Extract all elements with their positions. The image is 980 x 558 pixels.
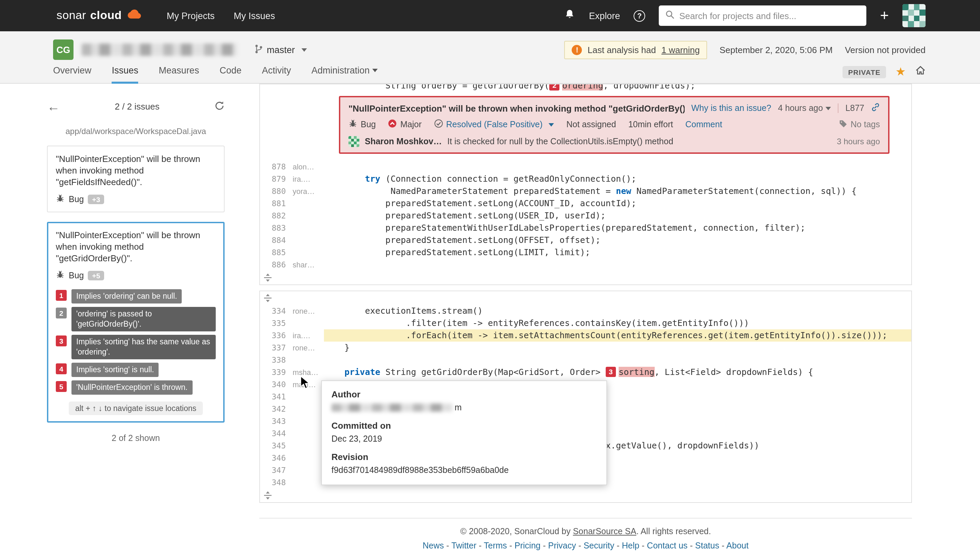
issue-flow-location[interactable]: 2'ordering' is passed to 'getGridOrderBy…: [56, 307, 216, 332]
search-input[interactable]: [679, 11, 860, 21]
sonarcloud-logo[interactable]: sonarcloud: [56, 8, 142, 23]
issue-changelog-dropdown[interactable]: 4 hours ago: [778, 103, 831, 113]
footer-link-news[interactable]: News: [423, 541, 444, 550]
footer-link-about[interactable]: About: [727, 541, 749, 550]
top-nav-my-projects[interactable]: My Projects: [167, 11, 215, 21]
line-number[interactable]: 880: [260, 185, 293, 197]
line-author[interactable]: [293, 317, 324, 329]
line-author[interactable]: [293, 354, 324, 366]
help-icon[interactable]: ?: [634, 10, 645, 21]
issue-flow-location[interactable]: 1Implies 'ordering' can be null.: [56, 289, 216, 304]
issue-flow-location[interactable]: 5'NullPointerException' is thrown.: [56, 381, 216, 395]
tab-administration[interactable]: Administration: [311, 60, 378, 84]
footer-link-status[interactable]: Status: [695, 541, 719, 550]
similar-issues-badge[interactable]: +3: [88, 195, 105, 204]
footer-link-privacy[interactable]: Privacy: [548, 541, 576, 550]
line-author[interactable]: maxi…: [293, 378, 324, 391]
tab-code[interactable]: Code: [220, 60, 241, 84]
branch-selector[interactable]: master: [254, 44, 307, 56]
explore-link[interactable]: Explore: [589, 11, 621, 21]
footer-link-contact-us[interactable]: Contact us: [647, 541, 688, 550]
tab-overview[interactable]: Overview: [53, 60, 92, 84]
line-number[interactable]: 884: [260, 234, 293, 246]
line-author[interactable]: [293, 440, 324, 452]
line-author[interactable]: [293, 197, 324, 210]
footer-link-twitter[interactable]: Twitter: [451, 541, 476, 550]
line-number[interactable]: 342: [260, 403, 293, 415]
issue-flow-location[interactable]: 3Implies 'sorting' has the same value as…: [56, 335, 216, 359]
issue-assignee[interactable]: Not assigned: [566, 120, 616, 129]
tab-issues[interactable]: Issues: [112, 60, 138, 84]
home-icon[interactable]: [915, 65, 926, 78]
issue-card-getgridorderby-selected[interactable]: "NullPointerException" will be thrown wh…: [47, 222, 225, 423]
line-number[interactable]: 335: [260, 317, 293, 329]
comment-button[interactable]: Comment: [685, 120, 722, 129]
footer-link-help[interactable]: Help: [622, 541, 639, 550]
line-number[interactable]: 341: [260, 391, 293, 403]
sonarsource-link[interactable]: SonarSource SA: [573, 527, 636, 536]
expand-lines-icon[interactable]: [260, 291, 911, 305]
line-number[interactable]: 347: [260, 464, 293, 476]
line-number[interactable]: 334: [260, 305, 293, 317]
line-author[interactable]: msha…: [293, 366, 324, 378]
issue-card-getfieldsifneeded[interactable]: "NullPointerException" will be thrown wh…: [47, 146, 225, 212]
line-number[interactable]: 338: [260, 354, 293, 366]
line-author[interactable]: [293, 476, 324, 489]
line-author[interactable]: [293, 210, 324, 222]
expand-lines-icon[interactable]: [260, 271, 911, 284]
permalink-icon[interactable]: [871, 103, 880, 114]
line-author[interactable]: [293, 246, 324, 259]
issue-tags-selector[interactable]: No tags: [839, 120, 880, 130]
line-number[interactable]: 878: [260, 161, 293, 173]
similar-issues-badge[interactable]: +5: [88, 271, 105, 281]
back-arrow-icon[interactable]: ←: [47, 100, 60, 113]
user-avatar[interactable]: [903, 4, 926, 27]
line-author[interactable]: shar…: [293, 259, 324, 271]
favorite-star-icon[interactable]: ★: [896, 66, 906, 77]
line-author[interactable]: [293, 222, 324, 234]
line-number[interactable]: 885: [260, 246, 293, 259]
tab-measures[interactable]: Measures: [159, 60, 199, 84]
global-search[interactable]: [659, 5, 866, 26]
line-number[interactable]: 882: [260, 210, 293, 222]
flow-location-badge[interactable]: 3: [606, 367, 616, 377]
notifications-bell-icon[interactable]: [565, 9, 575, 23]
line-author[interactable]: alon…: [293, 161, 324, 173]
line-author[interactable]: rone…: [293, 341, 324, 354]
line-author[interactable]: ira.…: [293, 173, 324, 185]
issue-severity-selector[interactable]: Major: [388, 119, 422, 130]
line-author[interactable]: [293, 391, 324, 403]
line-number[interactable]: 339: [260, 366, 293, 378]
line-number[interactable]: 348: [260, 476, 293, 489]
line-author[interactable]: [293, 427, 324, 440]
line-number[interactable]: 345: [260, 440, 293, 452]
line-number[interactable]: 881: [260, 197, 293, 210]
footer-link-pricing[interactable]: Pricing: [514, 541, 540, 550]
issue-status-selector[interactable]: Resolved (False Positive): [434, 119, 554, 130]
footer-link-terms[interactable]: Terms: [484, 541, 507, 550]
line-number[interactable]: 340: [260, 378, 293, 391]
line-number[interactable]: 336: [260, 329, 293, 341]
line-number[interactable]: 337: [260, 341, 293, 354]
line-author[interactable]: yora…: [293, 185, 324, 197]
line-number[interactable]: 883: [260, 222, 293, 234]
tab-activity[interactable]: Activity: [262, 60, 291, 84]
line-author[interactable]: [293, 452, 324, 464]
line-author[interactable]: [293, 403, 324, 415]
reload-icon[interactable]: [214, 100, 225, 113]
issue-flow-location[interactable]: 4Implies 'sorting' is null.: [56, 363, 216, 377]
line-author[interactable]: [293, 464, 324, 476]
create-plus-icon[interactable]: +: [880, 8, 889, 23]
line-number[interactable]: 886: [260, 259, 293, 271]
line-number[interactable]: 343: [260, 415, 293, 427]
line-number[interactable]: 344: [260, 427, 293, 440]
line-number[interactable]: 346: [260, 452, 293, 464]
why-is-this-an-issue-link[interactable]: Why is this an issue?: [691, 103, 771, 113]
line-author[interactable]: rone…: [293, 305, 324, 317]
flow-location-badge[interactable]: 2: [549, 84, 560, 90]
line-author[interactable]: ira.…: [293, 329, 324, 341]
line-author[interactable]: [293, 415, 324, 427]
line-number[interactable]: 879: [260, 173, 293, 185]
warning-count-link[interactable]: 1 warning: [662, 44, 700, 55]
footer-link-security[interactable]: Security: [584, 541, 614, 550]
